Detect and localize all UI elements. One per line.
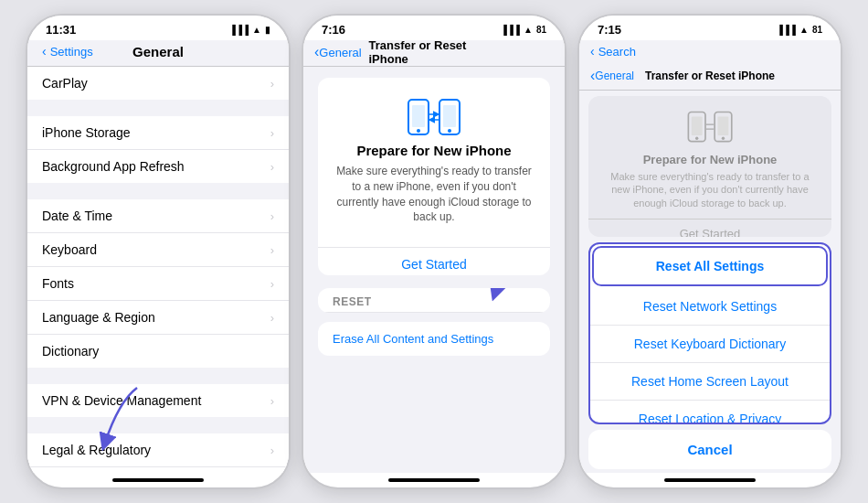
settings-content-2: Prepare for New iPhone Make sure everyth… xyxy=(303,67,565,473)
status-bar-1: 11:31 ▐▐▐ ▲ ▮ xyxy=(27,16,289,40)
action-sheet-row-home-screen[interactable]: Reset Home Screen Layout xyxy=(590,363,830,401)
row-label-language: Language & Region xyxy=(42,310,155,325)
battery-icon: ▮ xyxy=(265,25,270,35)
action-sheet-row-reset-all[interactable]: Reset All Settings xyxy=(592,246,828,286)
chevron-icon-carplay: › xyxy=(270,77,274,91)
svg-rect-7 xyxy=(691,117,702,135)
nav-bar-1: ‹ Settings General xyxy=(27,40,289,67)
status-icons-3: ▐▐▐ ▲ 81 xyxy=(777,25,822,35)
time-3: 7:15 xyxy=(598,23,621,37)
chevron-icon-keyboard: › xyxy=(270,243,274,257)
chevron-icon-datetime: › xyxy=(270,209,274,223)
chevron-icon-legal: › xyxy=(270,444,274,457)
wifi-icon-2: ▲ xyxy=(524,25,533,35)
search-area-3: ‹ Search xyxy=(579,40,841,64)
signal-icon-3: ▐▐▐ xyxy=(777,25,796,35)
reset-location-label: Reset Location & Privacy xyxy=(639,412,781,424)
back-label-2[interactable]: General xyxy=(319,46,361,59)
settings-row-background-refresh[interactable]: Background App Refresh › xyxy=(27,150,289,183)
row-label-dictionary: Dictionary xyxy=(42,344,99,359)
settings-row-legal[interactable]: Legal & Regulatory › xyxy=(27,433,289,467)
chevron-icon-bg-refresh: › xyxy=(270,160,274,174)
prepare-desc-3: Make sure everything's ready to transfer… xyxy=(603,170,817,209)
home-indicator-3 xyxy=(664,478,756,482)
prepare-section-3: Prepare for New iPhone Make sure everyth… xyxy=(588,96,831,219)
svg-point-11 xyxy=(721,137,724,140)
phone-screen-1: 11:31 ▐▐▐ ▲ ▮ ‹ Settings General CarPlay… xyxy=(26,14,291,489)
action-sheet-row-network[interactable]: Reset Network Settings xyxy=(590,288,830,326)
signal-icon-2: ▐▐▐ xyxy=(501,25,520,35)
time-1: 11:31 xyxy=(46,23,76,37)
row-label-iphone-storage: iPhone Storage xyxy=(42,125,131,140)
action-sheet-overlay-3: Prepare for New iPhone Make sure everyth… xyxy=(579,91,841,473)
settings-row-iphone-storage[interactable]: iPhone Storage › xyxy=(27,116,289,150)
search-label-3[interactable]: Search xyxy=(598,45,636,59)
prepare-section-2: Prepare for New iPhone Make sure everyth… xyxy=(318,78,550,247)
cancel-label-3: Cancel xyxy=(687,442,732,457)
group-datetime: Date & Time › Keyboard › Fonts › Languag… xyxy=(27,199,289,375)
row-label-vpn: VPN & Device Management xyxy=(42,393,201,408)
action-sheet-row-keyboard[interactable]: Reset Keyboard Dictionary xyxy=(590,326,830,363)
settings-row-fonts[interactable]: Fonts › xyxy=(27,267,289,301)
reset-all-label: Reset All Settings xyxy=(656,259,765,273)
group-vpn: VPN & Device Management › xyxy=(27,384,289,424)
settings-row-vpn[interactable]: VPN & Device Management › xyxy=(27,384,289,417)
back-label-3[interactable]: General xyxy=(595,70,634,82)
back-button-1[interactable]: ‹ Settings xyxy=(42,44,93,59)
status-bar-2: 7:16 ▐▐▐ ▲ 81 xyxy=(303,16,565,40)
back-chevron-icon-1: ‹ xyxy=(42,44,47,59)
nav-title-1: General xyxy=(132,44,184,59)
phone-screen-2: 7:16 ▐▐▐ ▲ 81 ‹ General Transfer or Rese… xyxy=(302,14,566,489)
settings-content-1: CarPlay › iPhone Storage › Background Ap… xyxy=(27,67,289,473)
home-indicator-1 xyxy=(112,478,204,482)
get-started-btn-2[interactable]: Get Started xyxy=(318,247,550,275)
nav-title-2: Transfer or Reset iPhone xyxy=(369,38,500,66)
chevron-icon-language: › xyxy=(270,311,274,325)
row-label-legal: Legal & Regulatory xyxy=(42,443,151,457)
chevron-icon-storage: › xyxy=(270,126,274,140)
status-icons-2: ▐▐▐ ▲ 81 xyxy=(501,25,546,35)
settings-row-keyboard[interactable]: Keyboard › xyxy=(27,233,289,267)
battery-icon-2: 81 xyxy=(536,25,546,35)
row-label-keyboard: Keyboard xyxy=(42,242,97,257)
back-row-3: ‹ Search xyxy=(590,44,830,59)
erase-section: Erase All Content and Settings xyxy=(318,322,550,356)
back-label-1[interactable]: Settings xyxy=(50,45,93,59)
cancel-button-3[interactable]: Cancel xyxy=(588,430,831,469)
group-storage: iPhone Storage › Background App Refresh … xyxy=(27,116,289,190)
arrow-annotation-2 xyxy=(459,288,532,306)
row-label-bg-refresh: Background App Refresh xyxy=(42,159,185,174)
row-label-fonts: Fonts xyxy=(42,276,74,291)
settings-row-carplay[interactable]: CarPlay › xyxy=(27,67,289,100)
transfer-icon-3 xyxy=(685,105,736,149)
action-sheet-row-location[interactable]: Reset Location & Privacy xyxy=(590,401,830,424)
back-button-2[interactable]: ‹ General xyxy=(314,44,362,60)
settings-row-datetime[interactable]: Date & Time › xyxy=(27,199,289,233)
prepare-desc-2: Make sure everything's ready to transfer… xyxy=(336,164,532,225)
reset-home-screen-label: Reset Home Screen Layout xyxy=(631,374,789,389)
prepare-card-2: Prepare for New iPhone Make sure everyth… xyxy=(318,78,550,275)
chevron-icon-fonts: › xyxy=(270,277,274,291)
battery-icon-3: 81 xyxy=(812,25,822,35)
reset-keyboard-label: Reset Keyboard Dictionary xyxy=(634,337,787,351)
back-button-3[interactable]: ‹ General xyxy=(590,68,634,84)
back-chevron-3: ‹ xyxy=(590,44,595,59)
settings-row-dictionary[interactable]: Dictionary xyxy=(27,335,289,368)
settings-row-transfer[interactable]: Transfer or Reset iPhone › xyxy=(27,467,289,473)
action-sheet-3: Reset All Settings Reset Network Setting… xyxy=(588,242,831,424)
reset-network-label: Reset Network Settings xyxy=(643,299,777,314)
nav-bar-3: ‹ General Transfer or Reset iPhone xyxy=(579,64,841,91)
erase-label: Erase All Content and Settings xyxy=(333,332,493,346)
prepare-title-2: Prepare for New iPhone xyxy=(356,143,511,158)
row-label-carplay: CarPlay xyxy=(42,76,88,91)
prepare-card-3-bg: Prepare for New iPhone Make sure everyth… xyxy=(588,96,831,237)
wifi-icon: ▲ xyxy=(252,25,261,35)
get-started-3: Get Started xyxy=(588,219,831,237)
row-label-datetime: Date & Time xyxy=(42,209,112,223)
erase-row[interactable]: Erase All Content and Settings xyxy=(318,322,550,356)
time-2: 7:16 xyxy=(322,23,345,37)
nav-bar-2: ‹ General Transfer or Reset iPhone xyxy=(303,40,565,67)
settings-row-language[interactable]: Language & Region › xyxy=(27,301,289,335)
reset-section: Reset xyxy=(318,288,550,313)
group-carplay: CarPlay › xyxy=(27,67,289,107)
